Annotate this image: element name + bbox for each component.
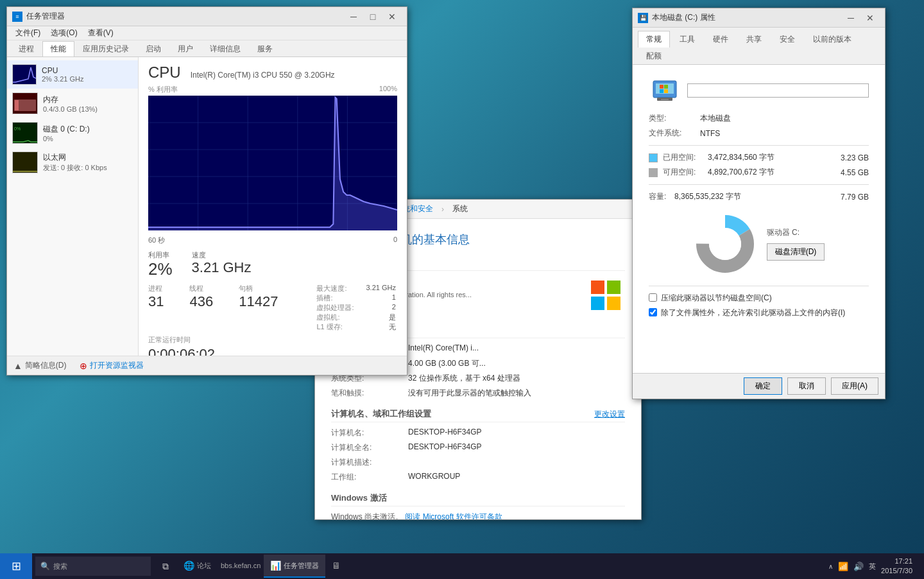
vcores-label: 虚拟处理器: — [316, 303, 354, 313]
disk-clean-button[interactable]: 磁盘清理(D) — [767, 243, 825, 261]
activate-section: Windows 激活 — [331, 492, 625, 506]
tab-processes[interactable]: 进程 — [10, 41, 42, 56]
l1-label: L1 缓存: — [316, 322, 342, 332]
svg-rect-24 — [661, 99, 669, 100]
taskbar-kefan[interactable]: bbs.kefan.cn — [218, 555, 264, 578]
taskbar: ⊞ 🔍 搜索 ⧉ 🌐 论坛 bbs.kefan.cn 📊 任务管理器 — [0, 553, 924, 579]
prop-tab-quota[interactable]: 配额 — [638, 48, 670, 64]
workgroup-label: 工作组: — [331, 472, 408, 483]
clock-time: 17:21 — [881, 557, 912, 566]
prop-tab-security[interactable]: 安全 — [771, 31, 803, 48]
search-placeholder: 搜索 — [53, 562, 67, 571]
monitor-link[interactable]: ⊕ 打开资源监视器 — [80, 360, 144, 371]
compress-checkbox[interactable] — [649, 293, 657, 302]
tab-details[interactable]: 详细信息 — [201, 41, 249, 56]
taskmgr-title: 任务管理器 — [26, 11, 344, 22]
tab-users[interactable]: 用户 — [169, 41, 201, 56]
svg-rect-18 — [607, 281, 620, 294]
start-button[interactable]: ⊞ — [0, 553, 32, 579]
fs-row: 文件系统: NTFS — [649, 128, 869, 139]
compress-label: 压缩此驱动器以节约磁盘空间(C) — [661, 293, 772, 304]
compname-row: 计算机名: DESKTOP-H6F34GP — [331, 428, 625, 438]
index-row: 除了文件属性外，还允许索引此驱动器上文件的内容(I) — [649, 307, 869, 318]
search-icon: 🔍 — [40, 562, 50, 571]
prop-tab-tools[interactable]: 工具 — [671, 31, 703, 48]
prop-tab-general[interactable]: 常规 — [638, 31, 670, 48]
sidebar-item-network[interactable]: 以太网 发送: 0 接收: 0 Kbps — [7, 148, 138, 177]
search-bar[interactable]: 🔍 搜索 — [35, 557, 151, 576]
runtime-section: 正常运行时间 0:00:06:02 — [148, 335, 397, 356]
change-settings-link[interactable]: 更改设置 — [594, 409, 625, 420]
divider1 — [649, 145, 869, 146]
virt-value: 是 — [389, 313, 396, 322]
taskmgr-footer: ▲ 简略信息(D) ⊕ 打开资源监视器 — [7, 356, 407, 375]
apply-button[interactable]: 应用(A) — [831, 377, 878, 395]
menu-options[interactable]: 选项(O) — [46, 26, 82, 40]
tab-performance[interactable]: 性能 — [42, 41, 74, 56]
svg-rect-26 — [664, 85, 668, 89]
menu-file[interactable]: 文件(F) — [10, 26, 46, 40]
donut-chart — [693, 212, 757, 276]
sidebar-item-disk[interactable]: 0% 磁盘 0 (C: D:) 0% — [7, 118, 138, 148]
chart-time-labels: 60 秒 0 — [148, 236, 397, 245]
breadcrumb-system: 系统 — [452, 203, 468, 214]
window-diskprop: 💾 本地磁盘 (C:) 属性 ─ ✕ 常规 工具 硬件 共享 安全 以前的版本 … — [632, 8, 886, 399]
taskbar-sysprop[interactable]: 🖥 — [325, 555, 347, 578]
cancel-button[interactable]: 取消 — [787, 377, 826, 395]
touch-info-value: 没有可用于此显示器的笔或触控输入 — [408, 388, 625, 399]
disk-sidebar-name: 磁盘 0 (C: D:) — [43, 124, 90, 135]
activate-status: Windows 尚未激活。 — [331, 512, 403, 519]
close-button[interactable]: ✕ — [382, 10, 402, 23]
ok-button[interactable]: 确定 — [744, 377, 782, 395]
activate-link[interactable]: 阅读 Microsoft 软件许可条款 — [405, 512, 502, 519]
threads-col: 线程 436 — [189, 284, 213, 332]
runtime-value: 0:00:06:02 — [148, 346, 397, 356]
cpu-sidebar-info: CPU 2% 3.21 GHz — [42, 66, 83, 83]
tray-expand[interactable]: ∧ — [828, 563, 833, 570]
diskprop-close[interactable]: ✕ — [860, 12, 880, 24]
speed-value: 3.21 GHz — [192, 260, 252, 275]
prop-tab-share[interactable]: 共享 — [738, 31, 770, 48]
processes-value: 31 — [148, 293, 164, 310]
divider2 — [649, 184, 869, 185]
compname-label: 计算机名: — [331, 428, 408, 438]
runtime-label: 正常运行时间 — [148, 335, 397, 345]
sockets-value: 1 — [392, 293, 396, 303]
taskbar-taskmgr[interactable]: 📊 任务管理器 — [264, 555, 325, 578]
tray-network: 📶 — [838, 562, 848, 571]
prop-tab-versions[interactable]: 以前的版本 — [805, 31, 860, 48]
virt-label: 虚拟机: — [316, 313, 339, 322]
tab-startup[interactable]: 启动 — [137, 41, 169, 56]
disk-icon-row — [649, 78, 869, 103]
summary-btn[interactable]: ▲ 简略信息(D) — [13, 360, 67, 371]
chart-time-left: 60 秒 — [148, 236, 165, 245]
index-checkbox[interactable] — [649, 308, 657, 316]
tab-app-history[interactable]: 应用历史记录 — [74, 41, 137, 56]
desc-label: 计算机描述: — [331, 457, 408, 468]
processes-col: 进程 31 — [148, 284, 164, 332]
svg-rect-20 — [607, 297, 620, 310]
minimize-button[interactable]: ─ — [344, 10, 363, 23]
diskprop-window-icon: 💾 — [638, 13, 648, 23]
handles-value: 11427 — [239, 293, 278, 310]
prop-tab-hardware[interactable]: 硬件 — [705, 31, 737, 48]
sidebar-item-cpu[interactable]: CPU 2% 3.21 GHz — [7, 60, 138, 89]
diskprop-minimize[interactable]: ─ — [841, 12, 860, 24]
capacity-gb: 7.79 GB — [841, 193, 869, 202]
window-controls: ─ □ ✕ — [344, 10, 402, 23]
disk-name-input[interactable] — [687, 83, 869, 98]
taskbar-forum[interactable]: 🌐 论坛 — [177, 555, 218, 578]
workgroup-row: 工作组: WORKGROUP — [331, 472, 625, 483]
summary-label: 简略信息(D) — [25, 360, 67, 371]
task-view-button[interactable]: ⧉ — [154, 553, 177, 579]
capacity-bytes: 8,365,535,232 字节 — [674, 191, 834, 202]
speed-label: 速度 — [192, 250, 252, 260]
maxspeed-value: 3.21 GHz — [366, 284, 395, 293]
disk-mini-graph: 0% — [12, 122, 38, 144]
maximize-button[interactable]: □ — [363, 10, 382, 23]
taskbar-clock[interactable]: 17:21 2015/7/30 — [881, 557, 918, 576]
tab-services[interactable]: 服务 — [249, 41, 281, 56]
menu-view[interactable]: 查看(V) — [83, 26, 119, 40]
chart-time-right: 0 — [393, 236, 397, 245]
sidebar-item-memory[interactable]: 内存 0.4/3.0 GB (13%) — [7, 89, 138, 118]
